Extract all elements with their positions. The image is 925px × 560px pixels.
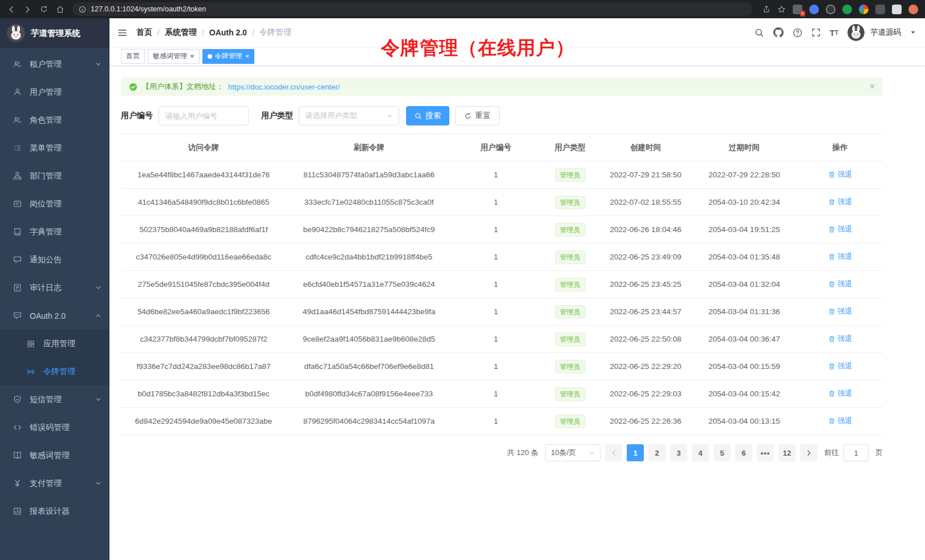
search-icon[interactable] <box>754 28 764 38</box>
chevron-up-icon <box>95 313 102 319</box>
sidebar-item-report-designer[interactable]: 报表设计器 <box>0 497 109 525</box>
reset-button[interactable]: 重置 <box>455 106 500 125</box>
sidebar-item-error-code[interactable]: 错误码管理 <box>0 413 109 441</box>
username[interactable]: 芋道源码 <box>870 27 901 38</box>
page-button-5[interactable]: 5 <box>713 444 731 461</box>
force-logout-button[interactable]: 强退 <box>828 169 853 180</box>
col-expire-time: 过期时间 <box>691 134 797 161</box>
github-icon[interactable] <box>773 27 784 38</box>
goto-page-input[interactable] <box>843 444 869 461</box>
profile-avatar-icon[interactable] <box>908 5 918 14</box>
report-icon <box>13 507 22 516</box>
tab-token[interactable]: 令牌管理 × <box>202 49 255 64</box>
sidebar-item-user[interactable]: 用户管理 <box>0 78 109 106</box>
user-avatar[interactable] <box>847 24 865 41</box>
sidebar-item-audit-log[interactable]: 审计日志 <box>0 274 109 302</box>
force-logout-button[interactable]: 强退 <box>828 334 853 344</box>
table-row: c342377bf8b344799dcbf7bf095287f2 9ce8ef2… <box>121 326 883 353</box>
chevron-down-icon <box>95 61 102 67</box>
next-page-button[interactable] <box>800 444 817 461</box>
forward-icon[interactable] <box>23 5 32 14</box>
force-logout-button[interactable]: 强退 <box>828 251 853 262</box>
trash-icon <box>828 308 835 315</box>
dictionary-icon <box>13 228 22 236</box>
sidebar-item-menu[interactable]: 菜单管理 <box>0 134 109 162</box>
col-refresh-token: 刷新令牌 <box>286 134 452 161</box>
page-button-4[interactable]: 4 <box>692 444 709 461</box>
trash-icon <box>828 226 835 233</box>
bookmark-star-icon[interactable] <box>777 5 786 14</box>
info-icon[interactable] <box>79 6 86 13</box>
extension-icon[interactable] <box>892 5 902 14</box>
sidebar-item-notice[interactable]: 通知公告 <box>0 246 109 274</box>
address-bar[interactable]: 127.0.0.1:1024/system/oauth2/token <box>72 2 752 16</box>
force-logout-button[interactable]: 强退 <box>828 416 853 426</box>
caret-down-icon[interactable] <box>910 30 916 35</box>
close-icon[interactable]: × <box>870 82 875 92</box>
extension-icon[interactable] <box>875 5 885 14</box>
doc-link[interactable]: https://doc.iocoder.cn/user-center/ <box>228 83 340 91</box>
sidebar-item-app[interactable]: 应用管理 <box>0 330 109 358</box>
share-icon[interactable] <box>762 5 770 13</box>
sidebar-item-role[interactable]: 角色管理 <box>0 106 109 134</box>
user-type-tag: 管理员 <box>555 223 586 237</box>
page-button-6[interactable]: 6 <box>735 444 752 461</box>
token-broadcast-icon <box>26 368 35 376</box>
force-logout-button[interactable]: 强退 <box>828 197 853 207</box>
prev-page-button[interactable] <box>605 444 622 461</box>
sidebar-item-post[interactable]: 岗位管理 <box>0 190 109 218</box>
extension-icon[interactable] <box>826 5 835 14</box>
browser-actions: 0 <box>762 5 918 14</box>
help-icon[interactable] <box>793 28 802 38</box>
table-row: 6d842e2924594de9a09e45e087323abe 8796295… <box>121 408 883 435</box>
user-id-input[interactable] <box>159 106 249 125</box>
sidebar-item-dict[interactable]: 字典管理 <box>0 218 109 246</box>
breadcrumb-item-home[interactable]: 首页 <box>136 27 152 38</box>
close-icon[interactable]: × <box>245 52 250 60</box>
page-size-select[interactable]: 10条/页 <box>545 444 601 461</box>
page-button-3[interactable]: 3 <box>670 444 687 461</box>
doc-alert: 【用户体系】文档地址： https://doc.iocoder.cn/user-… <box>121 78 883 96</box>
sidebar-item-pay[interactable]: 支付管理 <box>0 469 109 497</box>
force-logout-button[interactable]: 强退 <box>828 306 853 316</box>
page-button-12[interactable]: 12 <box>778 444 796 461</box>
sidebar-item-tenant[interactable]: 租户管理 <box>0 50 109 78</box>
home-icon[interactable] <box>56 5 64 14</box>
breadcrumb-item-token: 令牌管理 <box>259 27 291 38</box>
user-type-select[interactable]: 请选择用户类型 <box>299 106 399 125</box>
browser-toolbar: 127.0.0.1:1024/system/oauth2/token 0 <box>0 0 925 18</box>
force-logout-button[interactable]: 强退 <box>828 388 853 399</box>
logo-avatar <box>7 24 25 42</box>
token-table: 访问令牌 刷新令牌 用户编号 用户类型 创建时间 过期时间 操作 1ea5e44… <box>121 133 883 435</box>
hamburger-icon[interactable] <box>117 29 127 37</box>
tab-home[interactable]: 首页 <box>121 49 145 64</box>
extension-icon[interactable] <box>842 5 852 14</box>
tab-sensitive-word[interactable]: 敏感词管理 × <box>148 49 200 64</box>
fullscreen-icon[interactable] <box>812 28 821 37</box>
search-button[interactable]: 搜索 <box>406 106 449 125</box>
extension-icon[interactable] <box>809 5 819 14</box>
audit-log-icon <box>13 283 22 292</box>
force-logout-button[interactable]: 强退 <box>828 361 853 371</box>
breadcrumb-item-system[interactable]: 系统管理 <box>165 27 197 38</box>
sidebar-item-sensitive-word[interactable]: 敏感词管理 <box>0 441 109 469</box>
page-button-2[interactable]: 2 <box>648 444 666 461</box>
back-icon[interactable] <box>7 5 15 14</box>
more-pages-button[interactable]: ••• <box>757 444 774 461</box>
sidebar-item-oauth[interactable]: OAuth 2.0 <box>0 302 109 330</box>
sidebar-item-dept[interactable]: 部门管理 <box>0 162 109 190</box>
page-button-1[interactable]: 1 <box>627 444 644 461</box>
extension-icon[interactable]: 0 <box>793 5 802 14</box>
close-icon[interactable]: × <box>190 52 194 60</box>
sidebar-item-token[interactable]: 令牌管理 <box>0 358 109 385</box>
col-create-time: 创建时间 <box>600 134 691 161</box>
force-logout-button[interactable]: 强退 <box>828 279 853 289</box>
app-logo[interactable]: 芋道管理系统 <box>0 18 109 48</box>
force-logout-button[interactable]: 强退 <box>828 224 853 234</box>
trash-icon <box>828 390 835 397</box>
sidebar-item-sms[interactable]: 短信管理 <box>0 385 109 413</box>
reload-icon[interactable] <box>40 5 48 13</box>
breadcrumb-item-oauth[interactable]: OAuth 2.0 <box>209 28 247 37</box>
font-size-icon[interactable]: TT <box>830 28 838 38</box>
extension-pinwheel-icon[interactable] <box>859 5 869 14</box>
